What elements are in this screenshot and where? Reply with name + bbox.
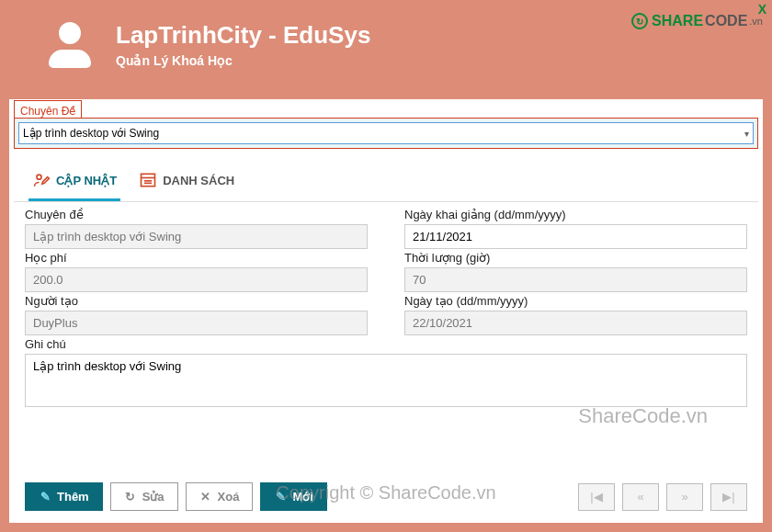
sharecode-logo: ↻ SHARECODE.vn	[631, 13, 763, 29]
label-chuyen-de: Chuyên đề	[25, 208, 368, 221]
tab-cap-nhat-label: CẬP NHẬT	[56, 174, 117, 187]
logo-circle-icon: ↻	[631, 13, 648, 29]
field-nguoi-tao: Người tạo	[25, 294, 368, 335]
tab-danh-sach-label: DANH SÁCH	[163, 174, 234, 187]
list-icon	[139, 171, 157, 189]
input-nguoi-tao[interactable]	[25, 311, 368, 335]
field-ngay-kg: Ngày khai giảng (dd/mm/yyyy)	[404, 208, 747, 249]
sua-label: Sửa	[142, 490, 165, 504]
main-panel: Chuyên Đề Lập trình desktop với Swing ▾ …	[9, 99, 763, 523]
xoa-label: Xoá	[218, 490, 240, 504]
field-ngay-tao: Ngày tạo (dd/mm/yyyy)	[404, 294, 747, 335]
logo-suffix: .vn	[749, 16, 763, 27]
logo-text-1: SHARE	[652, 13, 703, 29]
nav-first-button[interactable]: |◀	[578, 483, 615, 511]
xoa-button[interactable]: ✕ Xoá	[186, 482, 254, 511]
combo-value: Lập trình desktop với Swing	[23, 127, 159, 140]
tabs: CẬP NHẬT DANH SÁCH	[14, 154, 758, 202]
input-ngay-tao[interactable]	[404, 311, 747, 335]
chuyen-de-group-label: Chuyên Đề	[14, 100, 82, 118]
field-hoc-phi: Học phí	[25, 251, 368, 292]
svg-point-0	[37, 175, 41, 179]
input-hoc-phi[interactable]	[25, 267, 368, 292]
them-button[interactable]: ✎ Thêm	[25, 482, 103, 511]
label-nguoi-tao: Người tạo	[25, 294, 368, 308]
prev-icon: «	[637, 490, 643, 504]
nav-buttons: |◀ « » ▶|	[578, 483, 747, 511]
chuyen-de-combo[interactable]: Lập trình desktop với Swing ▾	[18, 122, 754, 144]
sua-button[interactable]: ↻ Sửa	[110, 482, 178, 511]
tab-cap-nhat[interactable]: CẬP NHẬT	[28, 165, 120, 201]
input-chuyen-de[interactable]	[25, 224, 368, 249]
moi-label: Mới	[292, 490, 312, 504]
footer: ✎ Thêm ↻ Sửa ✕ Xoá ✎ Mới |◀ « » ▶|	[14, 475, 758, 518]
edit-user-icon	[32, 171, 51, 189]
chuyen-de-group: Lập trình desktop với Swing ▾	[14, 118, 758, 149]
new-icon: ✎	[274, 491, 287, 504]
field-ghi-chu: Ghi chú Lập trình desktop với Swing	[25, 337, 747, 407]
input-ghi-chu[interactable]: Lập trình desktop với Swing	[25, 354, 747, 407]
nav-next-button[interactable]: »	[666, 483, 703, 511]
label-ngay-tao: Ngày tạo (dd/mm/yyyy)	[404, 294, 747, 308]
nav-prev-button[interactable]: «	[622, 483, 659, 511]
moi-button[interactable]: ✎ Mới	[260, 482, 326, 511]
refresh-icon: ↻	[124, 491, 137, 504]
page-title: LapTrinhCity - EduSys	[116, 21, 370, 50]
tab-danh-sach[interactable]: DANH SÁCH	[135, 165, 238, 201]
input-ngay-kg[interactable]	[404, 224, 747, 249]
nav-last-button[interactable]: ▶|	[710, 483, 747, 511]
form-cap-nhat: Chuyên đề Ngày khai giảng (dd/mm/yyyy) H…	[14, 202, 758, 475]
label-ghi-chu: Ghi chú	[25, 337, 747, 351]
label-ngay-kg: Ngày khai giảng (dd/mm/yyyy)	[404, 208, 747, 221]
label-thoi-luong: Thời lượng (giờ)	[404, 251, 747, 265]
page-subtitle: Quản Lý Khoá Học	[116, 53, 370, 68]
first-icon: |◀	[590, 490, 602, 504]
action-buttons: ✎ Thêm ↻ Sửa ✕ Xoá ✎ Mới	[25, 482, 327, 511]
them-label: Thêm	[57, 490, 89, 504]
avatar-icon	[44, 18, 96, 70]
label-hoc-phi: Học phí	[25, 251, 368, 265]
field-thoi-luong: Thời lượng (giờ)	[404, 251, 747, 292]
field-chuyen-de: Chuyên đề	[25, 208, 368, 249]
add-icon: ✎	[39, 491, 51, 504]
input-thoi-luong[interactable]	[404, 267, 747, 292]
chevron-down-icon: ▾	[744, 129, 749, 139]
delete-icon: ✕	[199, 491, 212, 504]
next-icon: »	[681, 490, 687, 504]
logo-text-2: CODE	[705, 13, 747, 29]
last-icon: ▶|	[722, 490, 734, 504]
